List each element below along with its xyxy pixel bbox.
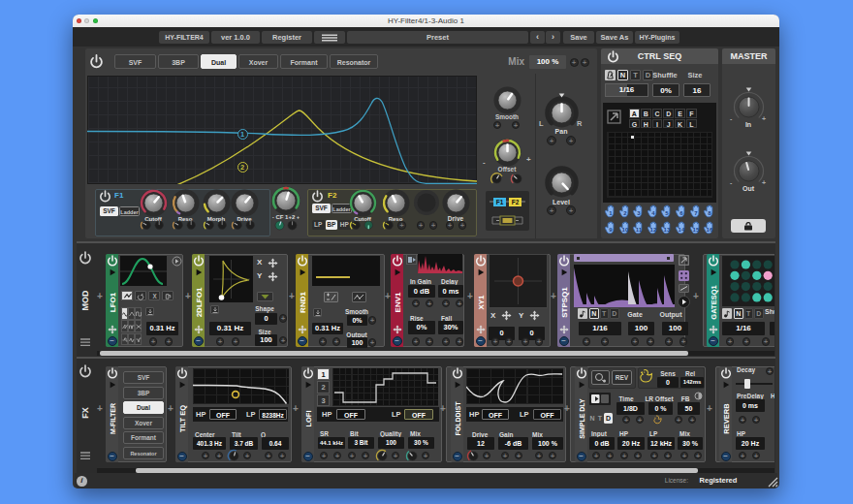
svg-text:12: 12: [649, 226, 656, 232]
svg-text:14: 14: [679, 226, 685, 232]
svg-text:11: 11: [636, 226, 643, 232]
svg-text:F2: F2: [512, 199, 520, 205]
svg-text:15: 15: [692, 226, 699, 232]
svg-text:16: 16: [707, 226, 713, 232]
svg-text:X: X: [152, 293, 157, 299]
svg-text:F1: F1: [496, 199, 504, 205]
svg-text:10: 10: [621, 226, 628, 232]
svg-text:13: 13: [664, 226, 671, 232]
